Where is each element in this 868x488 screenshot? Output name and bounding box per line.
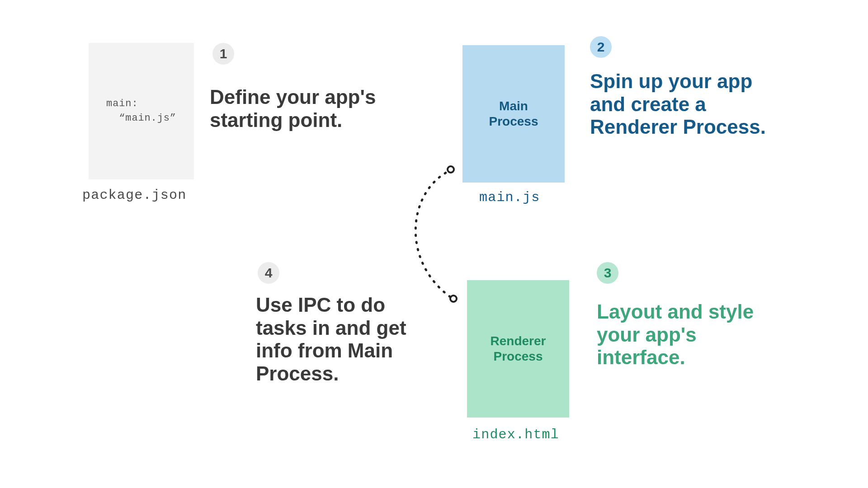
step-3-heading: Layout and style your app's interface. (597, 300, 769, 369)
main-js-label: main.js (479, 190, 540, 205)
package-json-card: main: “main.js” (89, 43, 194, 179)
step-1-heading: Define your app's starting point. (210, 86, 391, 131)
step-2-badge: 2 (590, 36, 612, 58)
ipc-endpoint-renderer (449, 295, 458, 303)
renderer-process-title: Renderer Process (491, 333, 546, 364)
diagram-root: main: “main.js” package.json 1 Define yo… (0, 0, 868, 488)
ipc-connector (393, 163, 475, 312)
step-4-badge: 4 (258, 262, 279, 284)
ipc-endpoint-main (447, 165, 455, 174)
index-html-label: index.html (472, 427, 559, 442)
step-2-heading: Spin up your app and create a Renderer P… (590, 70, 775, 139)
main-process-card: Main Process (462, 45, 565, 183)
package-json-snippet: main: “main.js” (106, 97, 176, 126)
renderer-process-card: Renderer Process (467, 280, 569, 418)
main-process-title: Main Process (489, 99, 538, 129)
step-1-badge: 1 (212, 43, 234, 65)
step-3-badge: 3 (597, 262, 618, 284)
package-json-label: package.json (82, 188, 186, 203)
